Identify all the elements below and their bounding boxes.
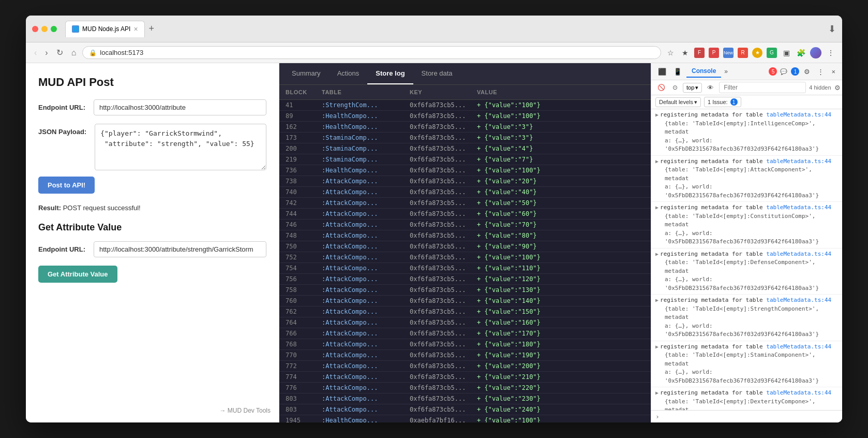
console-entry: ▶ registering metadata for table tableMe… bbox=[651, 295, 842, 341]
result-label: Result: bbox=[38, 204, 61, 212]
console-link[interactable]: tableMetadata.ts:44 bbox=[766, 297, 831, 303]
key-val: 0xf6fa873cb5... bbox=[410, 297, 477, 304]
top-selector[interactable]: top ▾ bbox=[683, 83, 702, 93]
extension-icon-2[interactable]: P bbox=[709, 48, 719, 58]
table-name: :AttackCompo... bbox=[322, 254, 410, 261]
devtools-tab-more[interactable]: » bbox=[721, 66, 731, 77]
tab-summary[interactable]: Summary bbox=[283, 63, 329, 84]
tab-close-button[interactable]: × bbox=[133, 25, 138, 33]
collapse-icon[interactable]: ▶ bbox=[655, 157, 659, 165]
table-name: :AttackCompo... bbox=[322, 297, 410, 304]
console-detail: {table: 'TableId<[empty]:IntelligenceCom… bbox=[655, 120, 838, 137]
menu-icon[interactable]: ⋮ bbox=[826, 48, 836, 58]
tab-actions[interactable]: Actions bbox=[329, 63, 368, 84]
extension-icon-3[interactable]: R bbox=[738, 48, 748, 58]
post-button[interactable]: Post to API! bbox=[38, 177, 95, 194]
collapse-icon[interactable]: ▶ bbox=[655, 250, 659, 258]
tab-store-log[interactable]: Store log bbox=[367, 63, 413, 84]
key-val: 0xf6fa873cb5... bbox=[410, 384, 477, 391]
console-sub: a: {…}, world: '0x5FbDB2315678afecb367f0… bbox=[655, 275, 838, 293]
console-preserve-btn[interactable]: ⊙ bbox=[670, 83, 680, 92]
minimize-button[interactable] bbox=[41, 26, 48, 32]
tab-store-data[interactable]: Store data bbox=[413, 63, 461, 84]
extension-icon-1[interactable]: F bbox=[694, 48, 705, 58]
value-val: + {"value":"100"} bbox=[477, 112, 645, 120]
new-tab-button[interactable]: + bbox=[147, 23, 157, 34]
traffic-lights bbox=[32, 26, 57, 32]
collapse-icon[interactable]: ▶ bbox=[655, 296, 659, 304]
extension-icon-4[interactable]: ★ bbox=[752, 48, 762, 58]
console-filter-bar: Default levels ▾ 1 Issue: 1 bbox=[651, 95, 842, 109]
console-link[interactable]: tableMetadata.ts:44 bbox=[766, 251, 831, 257]
console-link[interactable]: tableMetadata.ts:44 bbox=[766, 158, 831, 165]
puzzle-icon[interactable]: 🧩 bbox=[796, 48, 806, 58]
extension-icon-new[interactable]: New bbox=[723, 48, 734, 58]
table-row: 162 :HealthCompo... 0xf6fa873cb5... + {"… bbox=[279, 122, 651, 133]
back-button[interactable]: ‹ bbox=[32, 46, 39, 60]
devtools-tab-console[interactable]: Console bbox=[686, 65, 721, 78]
collapse-icon[interactable]: ▶ bbox=[655, 343, 659, 351]
issue-btn[interactable]: 1 Issue: 1 bbox=[704, 97, 741, 107]
block-num: 756 bbox=[286, 275, 322, 283]
devtools-close-btn[interactable]: × bbox=[829, 66, 838, 77]
console-sub: a: {…}, world: '0x5FbDB2315678afecb367f0… bbox=[655, 368, 838, 385]
block-num: 772 bbox=[286, 362, 322, 370]
get-endpoint-input[interactable] bbox=[94, 241, 266, 257]
table-row: 750 :AttackCompo... 0xf6fa873cb5... + {"… bbox=[279, 241, 651, 252]
json-payload-input[interactable] bbox=[95, 124, 266, 170]
tab-favicon: 🌐 bbox=[72, 25, 79, 33]
post-endpoint-input[interactable] bbox=[94, 99, 266, 115]
devtools-more-btn[interactable]: ⋮ bbox=[815, 66, 827, 77]
block-num: 742 bbox=[286, 199, 322, 207]
collapse-icon[interactable]: ▶ bbox=[655, 111, 659, 119]
console-input[interactable] bbox=[663, 413, 838, 420]
console-sub: a: {…}, world: '0x5FbDB2315678afecb367f0… bbox=[655, 183, 838, 200]
table-row: 754 :AttackCompo... 0xf6fa873cb5... + {"… bbox=[279, 263, 651, 274]
home-button[interactable]: ⌂ bbox=[69, 46, 79, 60]
table-name: :AttackCompo... bbox=[322, 352, 410, 359]
get-button-row: Get Attribute Value bbox=[38, 266, 266, 283]
value-val: + {"value":"40"} bbox=[477, 188, 645, 196]
console-link[interactable]: tableMetadata.ts:44 bbox=[766, 111, 831, 118]
forward-button[interactable]: › bbox=[43, 46, 50, 60]
console-link[interactable]: tableMetadata.ts:44 bbox=[766, 343, 831, 350]
key-val: 0xf6fa873cb5... bbox=[410, 362, 477, 370]
table-name: :HealthCompo... bbox=[322, 112, 410, 120]
device-toggle-btn[interactable]: 📱 bbox=[671, 66, 684, 77]
filter-settings-icon[interactable]: ⚙ bbox=[834, 84, 841, 92]
collapse-icon[interactable]: ▶ bbox=[655, 203, 659, 211]
devtools-settings-btn[interactable]: ⚙ bbox=[801, 66, 813, 77]
reload-button[interactable]: ↻ bbox=[54, 46, 65, 60]
inspect-element-btn[interactable]: ⬛ bbox=[655, 66, 669, 77]
console-link[interactable]: tableMetadata.ts:44 bbox=[766, 389, 831, 396]
window-action-icon[interactable]: ⬇ bbox=[828, 23, 836, 35]
eye-icon-btn[interactable]: 👁 bbox=[705, 83, 716, 93]
close-button[interactable] bbox=[32, 26, 38, 32]
maximize-button[interactable] bbox=[51, 26, 57, 32]
star-icon[interactable]: ★ bbox=[680, 48, 690, 58]
post-endpoint-label: Endpoint URL: bbox=[38, 104, 85, 111]
value-val: + {"value":"240"} bbox=[477, 406, 645, 413]
extension-icon-5[interactable]: G bbox=[767, 48, 777, 58]
console-entry-header: ▶ registering metadata for table tableMe… bbox=[655, 250, 838, 259]
collapse-icon[interactable]: ▶ bbox=[655, 389, 659, 397]
filter-input[interactable] bbox=[719, 82, 806, 93]
value-val: + {"value":"150"} bbox=[477, 308, 645, 315]
console-link[interactable]: tableMetadata.ts:44 bbox=[766, 204, 831, 211]
console-entry-header: ▶ registering metadata for table tableMe… bbox=[655, 111, 838, 120]
get-endpoint-row: Endpoint URL: bbox=[38, 241, 266, 257]
bookmark-icon[interactable]: ☆ bbox=[665, 48, 676, 58]
table-name: :AttackCompo... bbox=[322, 286, 410, 294]
sidebar-toggle[interactable]: ▣ bbox=[781, 48, 791, 58]
address-bar[interactable]: 🔒 localhost:5173 bbox=[82, 46, 661, 59]
browser-tab[interactable]: 🌐 MUD Node.js API × bbox=[65, 21, 145, 37]
value-val: + {"value":"190"} bbox=[477, 352, 645, 359]
clear-console-btn[interactable]: 🚫 bbox=[655, 83, 667, 92]
console-text: registering metadata for table tableMeta… bbox=[660, 296, 838, 305]
issue-count-badge: 1 bbox=[730, 98, 738, 106]
default-levels-btn[interactable]: Default levels ▾ bbox=[655, 97, 701, 107]
value-val: + {"value":"90"} bbox=[477, 243, 645, 250]
get-attribute-button[interactable]: Get Attribute Value bbox=[38, 266, 117, 283]
user-avatar[interactable] bbox=[810, 47, 821, 59]
col-key: KEY bbox=[410, 89, 477, 95]
